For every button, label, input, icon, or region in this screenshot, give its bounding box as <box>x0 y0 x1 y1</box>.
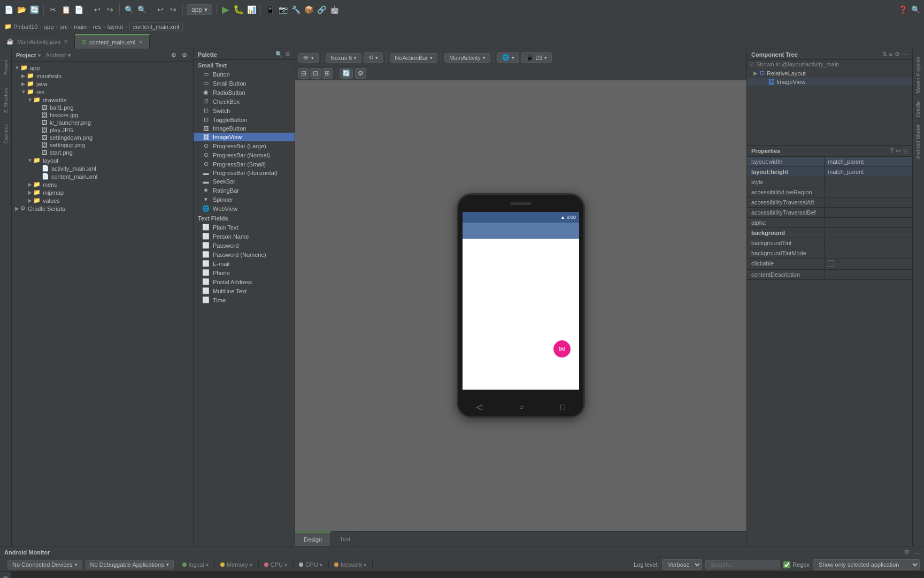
prop-clickable-checkbox[interactable] <box>828 260 834 267</box>
prop-background-tint-mode-val[interactable] <box>825 248 912 258</box>
tree-layout[interactable]: ▼ 📁 layout <box>12 156 193 164</box>
sidebar-captures-icon[interactable]: Captures <box>1 118 11 150</box>
regex-checkbox[interactable] <box>783 561 790 568</box>
find-icon[interactable]: 🔍 <box>124 4 134 15</box>
tree-res[interactable]: ▼ 📁 res <box>12 88 193 96</box>
gradle-label[interactable]: Gradle <box>914 98 922 120</box>
monitor-tab-cpu[interactable]: CPU ▸ <box>259 560 294 569</box>
palette-radiobutton[interactable]: ◉ RadioButton <box>194 88 295 97</box>
palette-time[interactable]: ⬜ Time <box>194 295 295 305</box>
monitor-tab-memory[interactable]: Memory ▸ <box>215 560 259 569</box>
tree-manifests[interactable]: ▶ 📁 manifests <box>12 72 193 80</box>
project-settings-icon[interactable]: ⚙ <box>180 51 189 59</box>
prop-background-val[interactable] <box>825 228 912 238</box>
cut-icon[interactable]: ✂ <box>48 4 58 15</box>
avd-icon[interactable]: 📷 <box>278 4 288 15</box>
run-icon[interactable]: ▶ <box>220 4 231 15</box>
ct-minimize-icon[interactable]: — <box>902 51 908 58</box>
tree-content-main[interactable]: 📄 content_main.xml <box>12 172 193 180</box>
prop-alpha-val[interactable] <box>825 218 912 227</box>
tree-hiscore[interactable]: 🖼 hiscore.jpg <box>12 111 193 119</box>
palette-imagebutton[interactable]: 🖼 ImageButton <box>194 124 295 133</box>
tree-ball1[interactable]: 🖼 ball1.png <box>12 104 193 111</box>
monitor-tab-gpu[interactable]: GPU ▸ <box>294 560 329 569</box>
bread-res[interactable]: res <box>93 24 101 30</box>
prop-style-val[interactable] <box>825 177 912 187</box>
palette-switch[interactable]: ⊡ Switch <box>194 106 295 115</box>
palette-password[interactable]: ⬜ Password <box>194 241 295 250</box>
prop-accessibility-aft-val[interactable] <box>825 197 912 207</box>
tree-app[interactable]: ▼ 📁 app <box>12 64 193 72</box>
canvas-device-btn[interactable]: Nexus 6 ▾ <box>326 53 361 63</box>
prop-accessibility-aft-key[interactable]: accessibilityTraversalAft <box>747 197 825 207</box>
tab-mainactivity-close[interactable]: ✕ <box>64 39 68 44</box>
canvas-locale-btn[interactable]: 🌐 ▾ <box>497 52 519 63</box>
new-file-icon[interactable]: 📄 <box>3 4 14 15</box>
palette-ratingbar[interactable]: ★ RatingBar <box>194 186 295 195</box>
palette-webview[interactable]: 🌐 WebView <box>194 204 295 213</box>
devices-dropdown[interactable]: No Connected Devices ▾ <box>7 560 82 569</box>
properties-undo-icon[interactable]: ↩ <box>896 147 901 155</box>
plugin-icon[interactable]: 🔗 <box>316 4 327 15</box>
app-selector[interactable]: app ▾ <box>187 4 212 15</box>
monitor-minimize-icon[interactable]: — <box>914 549 920 556</box>
palette-plain-text[interactable]: ⬜ Plain Text <box>194 223 295 232</box>
canvas-theme-btn[interactable]: NoActionBar ▾ <box>390 53 437 63</box>
prop-layout-width-key[interactable]: layout:width <box>747 157 825 166</box>
bread-pinball10[interactable]: 📁 Pinball10 <box>4 23 37 30</box>
prop-background-key[interactable]: background <box>747 228 825 238</box>
palette-multiline[interactable]: ⬜ Multiline Text <box>194 286 295 295</box>
open-icon[interactable]: 📂 <box>16 4 27 15</box>
copy-icon[interactable]: 📋 <box>60 4 71 15</box>
prop-layout-height-val[interactable]: match_parent <box>825 167 912 177</box>
palette-progressbar-horizontal[interactable]: ▬ ProgressBar (Horizontal) <box>194 169 295 177</box>
tree-settingdown[interactable]: 🖼 settingdown.png <box>12 134 193 141</box>
tree-iclauncher[interactable]: 🖼 ic_launcher.png <box>12 119 193 126</box>
properties-help-icon[interactable]: ? <box>890 147 894 155</box>
sidebar-project-icon[interactable]: Project <box>1 51 11 83</box>
monitor-tab-logcat[interactable]: logcat ▸ <box>177 560 215 569</box>
tree-menu[interactable]: ▶ 📁 menu <box>12 180 193 188</box>
tree-mipmap[interactable]: ▶ 📁 mipmap <box>12 188 193 196</box>
zoom-fit-icon[interactable]: ⊡ <box>310 68 321 79</box>
apps-dropdown[interactable]: No Debuggable Applications ▾ <box>86 560 174 569</box>
android-model-label[interactable]: Android Model <box>914 121 922 162</box>
palette-search-icon[interactable]: 🔍 <box>275 51 283 58</box>
ct-settings-icon[interactable]: ⚙ <box>895 51 900 58</box>
help-icon[interactable]: ❓ <box>897 4 908 15</box>
tree-values[interactable]: ▶ 📁 values <box>12 196 193 204</box>
canvas-settings-icon[interactable]: ⚙ <box>355 68 366 79</box>
monitor-tab-network[interactable]: Network ▸ <box>329 560 373 569</box>
canvas-orientation-btn[interactable]: ⟲ ▾ <box>364 52 383 63</box>
bread-app[interactable]: app <box>44 24 53 30</box>
canvas-eye-btn[interactable]: 👁 ▾ <box>298 53 319 63</box>
tree-java[interactable]: ▶ 📁 java <box>12 80 193 88</box>
palette-postal[interactable]: ⬜ Postal Address <box>194 277 295 286</box>
prop-content-description-val[interactable] <box>825 270 912 279</box>
prop-accessibility-live-val[interactable] <box>825 187 912 197</box>
prop-background-tint-key[interactable]: backgroundTint <box>747 238 825 248</box>
prop-accessibility-live-key[interactable]: accessibilityLiveRegion <box>747 187 825 197</box>
refresh-icon[interactable]: 🔄 <box>340 68 353 79</box>
palette-checkbox[interactable]: ☑ CheckBox <box>194 97 295 106</box>
palette-password-numeric[interactable]: ⬜ Password (Numeric) <box>194 250 295 259</box>
palette-progressbar-small[interactable]: ⊙ ProgressBar (Small) <box>194 159 295 169</box>
zoom-in-icon[interactable]: ⊞ <box>322 68 333 79</box>
prop-clickable-key[interactable]: clickable <box>747 258 825 269</box>
loglevel-select[interactable]: Verbose Debug Info Warn Error <box>662 559 702 570</box>
tab-design[interactable]: Design <box>295 531 331 546</box>
prop-layout-width-val[interactable]: match_parent <box>825 157 912 166</box>
paste-icon[interactable]: 📄 <box>73 4 84 15</box>
palette-email[interactable]: ⬜ E-mail <box>194 259 295 268</box>
sidebar-structure-icon[interactable]: Z: Structure <box>1 85 11 117</box>
prop-content-description-key[interactable]: contentDescription <box>747 270 825 279</box>
redo-icon[interactable]: ↪ <box>105 4 116 15</box>
settings-icon[interactable]: 📦 <box>303 4 314 15</box>
bread-layout[interactable]: layout <box>107 24 123 30</box>
ct-filter-icon[interactable]: ≡ <box>889 51 892 58</box>
tab-text[interactable]: Text <box>331 531 359 546</box>
bread-file[interactable]: content_main.xml <box>129 22 183 31</box>
tree-drawable[interactable]: ▼ 📁 drawable <box>12 96 193 104</box>
sync-icon[interactable]: 🔄 <box>29 4 40 15</box>
ct-sort-icon[interactable]: ⇅ <box>882 51 887 58</box>
